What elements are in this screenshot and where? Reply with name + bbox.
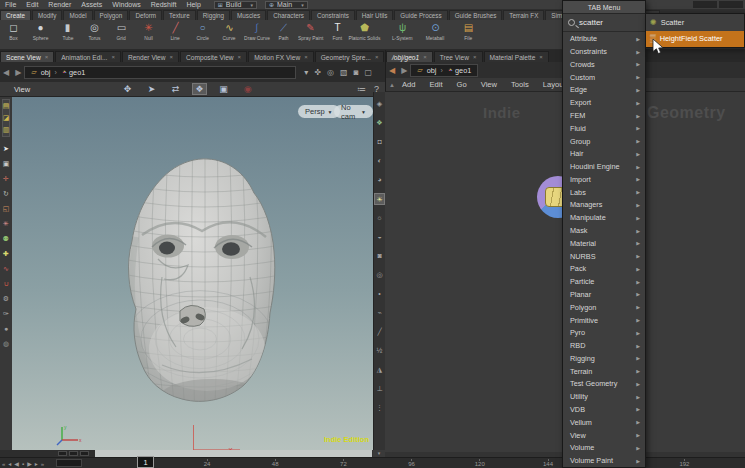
path-bar-icon[interactable]: ◙ [354, 68, 359, 77]
toolbar-icon[interactable]: ↻ [3, 188, 9, 200]
network-menu-item[interactable]: View [474, 80, 504, 89]
pane-tab[interactable]: Animation Edi... × [55, 51, 121, 62]
transport-button[interactable]: ◂ [8, 460, 11, 467]
back-button[interactable]: ◀ [0, 68, 12, 77]
pane-tab[interactable]: Geometry Spre... × [315, 51, 385, 62]
tab-menu-category[interactable]: Particle ▶ [563, 275, 645, 288]
display-option-icon[interactable]: ╱ [374, 326, 385, 338]
menu-item[interactable]: Edit [21, 1, 43, 8]
shelf-tool[interactable]: ✳ Null [135, 20, 162, 41]
menu-item[interactable]: Assets [76, 1, 107, 8]
transport-button[interactable]: ▸ [35, 460, 38, 467]
frame-range-field[interactable] [56, 459, 82, 467]
tab-menu-category[interactable]: Material ▶ [563, 237, 645, 250]
transport-button[interactable]: ◀ [14, 460, 19, 467]
search-input[interactable]: scatter [579, 18, 603, 27]
shelf-tool[interactable]: ▤ File [452, 20, 485, 41]
breadcrumb[interactable]: ▱ obj › ◔ geo1 [410, 64, 478, 77]
viewport-tool-icon[interactable]: ➤ [144, 83, 159, 95]
tab-menu-category[interactable]: Polygon ▶ [563, 301, 645, 314]
tab-menu-category[interactable]: Labs ▶ [563, 186, 645, 199]
toolbar-icon[interactable]: ⚉ [3, 233, 9, 245]
shelf-tool[interactable]: ◻ Box [0, 20, 27, 41]
close-icon[interactable]: × [473, 54, 477, 60]
tab-menu-category[interactable]: RBD ▶ [563, 339, 645, 352]
display-option-icon[interactable]: ½ [374, 345, 385, 357]
tab-menu-category[interactable]: Volume ▶ [563, 441, 645, 454]
tab-menu-category[interactable]: Houdini Engine ▶ [563, 160, 645, 173]
pane-tab[interactable]: Tree View × [434, 51, 483, 62]
close-icon[interactable]: × [375, 54, 379, 60]
forward-button[interactable]: ▶ [398, 66, 410, 75]
path-bar-icon[interactable]: ▾ [304, 68, 308, 77]
shelf-tool[interactable]: ⟋ Path [270, 20, 297, 41]
display-option-icon[interactable]: ⊥ [374, 383, 385, 395]
shelf-tool[interactable]: ⊙ Metaball [419, 20, 452, 41]
display-option-icon[interactable]: ◎ [374, 269, 385, 281]
display-option-icon[interactable]: • [374, 288, 385, 300]
display-option-icon[interactable]: ◐ [374, 155, 385, 167]
display-option-icon[interactable]: ◒ [374, 231, 385, 243]
shelf-tool[interactable]: ✎ Spray Paint [297, 20, 324, 41]
tab-menu-category[interactable]: Import ▶ [563, 173, 645, 186]
scene-viewport[interactable]: Persp ▼ No cam ▼ y x ✕ Indie Edition [12, 97, 373, 450]
shelf-tool[interactable]: ● Sphere [27, 20, 54, 41]
path-bar-icon[interactable]: ◎ [327, 68, 334, 77]
tab-menu-category[interactable]: Group ▶ [563, 135, 645, 148]
display-option-icon[interactable]: ⌁ [374, 307, 385, 319]
close-icon[interactable]: × [170, 54, 174, 60]
path-bar-icon[interactable]: ▢ [364, 68, 372, 77]
close-icon[interactable]: × [238, 54, 242, 60]
display-option-icon[interactable]: ⋮ [374, 402, 385, 414]
shelf-tool[interactable]: ψ L-System [386, 20, 419, 41]
toolbar-icon[interactable]: ◱ [3, 203, 10, 215]
shelf-tab[interactable]: Hair Utils [356, 10, 394, 20]
pane-maximize-icon[interactable]: ▲ [386, 82, 395, 88]
menu-item[interactable]: Render [43, 1, 76, 8]
toolbar-icon[interactable]: ◍ [3, 338, 9, 350]
display-option-icon[interactable]: ☼ [374, 212, 385, 224]
shelf-tool[interactable]: ◎ Torus [81, 20, 108, 41]
network-menu-item[interactable]: Tools [504, 80, 536, 89]
tab-menu-category[interactable]: Crowds ▶ [563, 58, 645, 71]
shelf-tool[interactable]: ∫ Draw Curve [243, 20, 270, 41]
back-button[interactable]: ◀ [386, 66, 398, 75]
network-menu-item[interactable]: Edit [422, 80, 449, 89]
shelf-tab[interactable]: Guide Process [394, 10, 447, 20]
scene-selector[interactable]: ⊕ Main ▾ [265, 1, 308, 9]
shelf-tool[interactable]: ⬟ Platonic Solids [351, 20, 378, 41]
close-icon[interactable]: × [304, 54, 308, 60]
shelf-tab[interactable]: Constraints [311, 10, 355, 20]
tab-menu-category[interactable]: Primitive ▶ [563, 314, 645, 327]
tab-menu-category[interactable]: Manipulate ▶ [563, 211, 645, 224]
shelf-tab[interactable]: Rigging [197, 10, 230, 20]
pane-tab[interactable]: Scene View × [0, 51, 54, 62]
tab-menu-category[interactable]: FEM ▶ [563, 109, 645, 122]
shelf-tab[interactable]: Texture [163, 10, 196, 20]
tab-menu-search[interactable]: scatter [563, 14, 645, 32]
display-option-icon[interactable]: ◙ [374, 250, 385, 262]
forward-button[interactable]: ▶ [12, 68, 24, 77]
display-option-icon[interactable]: ◮ [374, 364, 385, 376]
tab-menu-category[interactable]: Pyro ▶ [563, 326, 645, 339]
transport-button[interactable]: « [2, 461, 5, 467]
toolbar-icon[interactable]: ▥ [3, 124, 10, 136]
toolbar-icon[interactable]: ◪ [3, 112, 10, 124]
shelf-tool[interactable]: ╱ Line [162, 20, 189, 41]
tab-menu-category[interactable]: NURBS ▶ [563, 250, 645, 263]
shelf-tab[interactable]: Deform [129, 10, 162, 20]
tab-menu-category[interactable]: Edge ▶ [563, 84, 645, 97]
viewport-tool-icon[interactable]: ◉ [240, 83, 255, 95]
shelf-tab[interactable]: Modify [32, 10, 63, 20]
display-option-icon[interactable]: ◈ [374, 98, 385, 110]
toolbar-icon[interactable]: ➤ [3, 143, 9, 155]
viewport-options-icon[interactable]: ≔ [357, 84, 366, 94]
viewport-tool-icon[interactable]: ▣ [216, 83, 231, 95]
toolbar-icon[interactable]: ▤ [3, 100, 10, 112]
pane-tab[interactable]: Motion FX View × [248, 51, 314, 62]
viewport-tool-icon[interactable]: ❖ [192, 83, 207, 95]
transport-button[interactable]: ▶ [27, 460, 32, 467]
tab-menu-result[interactable]: ✺ Scatter [646, 14, 744, 31]
tab-menu-category[interactable]: Planar ▶ [563, 288, 645, 301]
tab-menu-category[interactable]: Vellum ▶ [563, 416, 645, 429]
